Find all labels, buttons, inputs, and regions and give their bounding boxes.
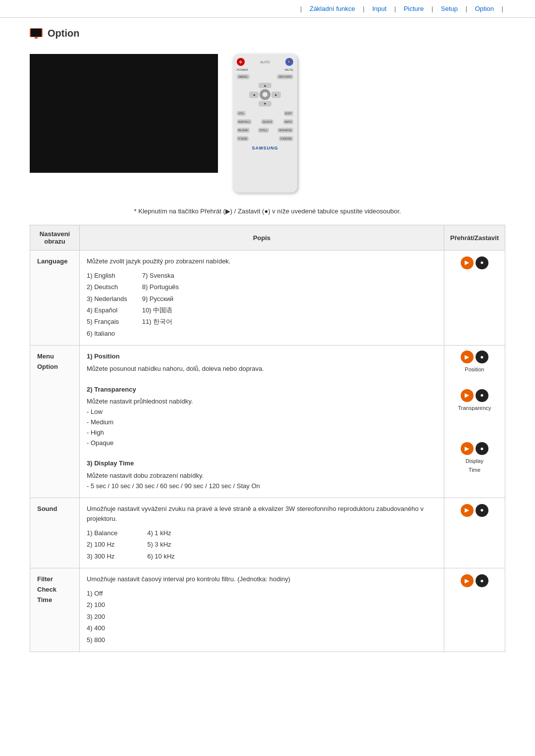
nav-sep-3: | [394, 5, 396, 12]
main-table: Nastavení obrazu Popis Přehrát/Zastavit … [30, 225, 505, 652]
dpad-up[interactable]: ▲ [259, 83, 272, 88]
nav-link-zakladni[interactable]: Základní funkce [310, 5, 355, 12]
lang-item: 2) Deutsch [87, 281, 127, 293]
lang-item: 10) 中国语 [142, 304, 179, 316]
svg-rect-1 [31, 29, 42, 37]
exit-button[interactable]: EXIT [284, 111, 293, 116]
psize-button[interactable]: P.SIZE [237, 136, 249, 141]
remote-control: ⏻ AUTO 🔇 POWER MUTE MENU RETURN ▲ ◄ ► ▼ [233, 54, 297, 193]
dpad-right[interactable]: ► [271, 92, 281, 98]
stop-button-language[interactable]: ● [476, 256, 488, 269]
lang-item: 8) Português [142, 281, 179, 293]
sound-grid: 1) Balance 2) 100 Hz 3) 300 Hz 4) 1 kHz … [87, 527, 437, 562]
play-stop-displaytime: ▶ ● [451, 442, 498, 455]
menu-displaytime-title: 3) Display Time [87, 458, 437, 469]
language-list: 1) English 2) Deutsch 3) Nederlands 4) E… [87, 270, 437, 339]
mute-button[interactable]: 🔇 [285, 58, 293, 66]
power-button[interactable]: ⏻ [237, 58, 245, 66]
play-button-language[interactable]: ▶ [461, 256, 474, 269]
auto-label: AUTO [260, 60, 269, 64]
nav-link-picture[interactable]: Picture [404, 5, 424, 12]
nav-sep-5: | [466, 5, 467, 12]
stop-button-sound[interactable]: ● [476, 504, 488, 517]
install-button[interactable]: INSTALL [237, 119, 252, 124]
play-button-position[interactable]: ▶ [461, 351, 474, 363]
menu-transparency-high: - High [87, 428, 437, 438]
filter-item: 1) Off [87, 588, 437, 599]
setting-language: Language [30, 251, 80, 346]
nav-link-option[interactable]: Option [475, 5, 494, 12]
table-row-filter-check: Filter CheckTime Umožňuje nastavit časov… [30, 568, 505, 652]
desc-filter: Umožňuje nastavit časový interval pro ko… [80, 568, 444, 652]
setting-menu-option: Menu Option [30, 346, 80, 498]
desc-sound: Umožňuje nastavit vyvážení zvuku na prav… [80, 498, 444, 568]
lang-item: 5) Français [87, 316, 127, 327]
play-button-transparency[interactable]: ▶ [461, 389, 474, 402]
lang-item: 6) Italiano [87, 328, 127, 339]
note-text: * Klepnutím na tlačítko Přehrát (▶) / Za… [30, 207, 505, 215]
vol-button[interactable]: VOL [237, 111, 246, 116]
info-button[interactable]: INFO [283, 119, 293, 124]
nav-link-setup[interactable]: Setup [441, 5, 458, 12]
menu-button[interactable]: MENU [237, 74, 250, 79]
blank-button[interactable]: BLANK [237, 128, 250, 133]
desc-menu-option: 1) Position Můžete posunout nabídku naho… [80, 346, 444, 498]
filter-item: 2) 100 [87, 599, 437, 610]
play-button-filter[interactable]: ▶ [461, 574, 474, 587]
displaytime-btn-label: DisplayTime [451, 457, 498, 474]
sound-item: 3) 300 Hz [87, 551, 117, 562]
sound-col-2: 4) 1 kHz 5) 3 kHz 6) 10 kHz [147, 527, 175, 562]
stop-button-transparency[interactable]: ● [476, 389, 488, 402]
fmode-button[interactable]: F.MODE [279, 136, 293, 141]
play-button-displaytime[interactable]: ▶ [461, 442, 474, 455]
table-row-sound: Sound Umožňuje nastavit vyvážení zvuku n… [30, 498, 505, 568]
btn-sound: ▶ ● [444, 498, 505, 568]
filter-item: 4) 400 [87, 622, 437, 634]
sound-col-1: 1) Balance 2) 100 Hz 3) 300 Hz [87, 527, 117, 562]
header-btn: Přehrát/Zastavit [444, 225, 505, 251]
stop-button-position[interactable]: ● [476, 351, 488, 363]
displaytime-btn-group: ▶ ● DisplayTime [451, 442, 498, 474]
sound-item: 4) 1 kHz [147, 527, 175, 539]
sound-item: 1) Balance [87, 527, 117, 539]
stop-button-displaytime[interactable]: ● [476, 442, 488, 455]
dpad-left[interactable]: ◄ [249, 92, 259, 98]
svg-rect-2 [35, 37, 38, 39]
menu-transparency-low: - Low [87, 407, 437, 417]
menu-transparency-title: 2) Transparency [87, 385, 437, 395]
projector-screen [30, 54, 218, 173]
filter-item: 5) 800 [87, 634, 437, 646]
transparency-btn-label: Transparency [451, 404, 498, 413]
position-btn-label: Position [451, 365, 498, 374]
dpad-center[interactable] [260, 89, 270, 100]
quick-button[interactable]: QUICK [261, 119, 273, 124]
lang-intro: Můžete zvolit jazyk použitý pro zobrazen… [87, 256, 437, 267]
play-stop-language: ▶ ● [451, 256, 498, 269]
lang-item: 11) 한국어 [142, 316, 179, 327]
setting-filter: Filter CheckTime [30, 568, 80, 652]
stop-button-filter[interactable]: ● [476, 574, 488, 587]
filter-intro: Umožňuje nastavit časový interval pro ko… [87, 574, 437, 585]
menu-position-desc: Můžete posunout nabídku nahoru, dolů, do… [87, 364, 437, 374]
lang-item: 7) Svenska [142, 270, 179, 281]
btn-filter: ▶ ● [444, 568, 505, 652]
still-button[interactable]: STILL [258, 128, 269, 133]
filter-item: 3) 200 [87, 611, 437, 622]
dpad-down[interactable]: ▼ [259, 101, 272, 106]
nav-sep-6: | [502, 5, 503, 12]
sound-item: 6) 10 kHz [147, 551, 175, 562]
play-stop-filter: ▶ ● [451, 574, 498, 587]
position-btn-group: ▶ ● Position [451, 351, 498, 374]
btn-menu-option: ▶ ● Position ▶ ● Transparency ▶ [444, 346, 505, 498]
lang-item: 1) English [87, 270, 127, 281]
return-button[interactable]: RETURN [277, 74, 293, 79]
desc-language: Můžete zvolit jazyk použitý pro zobrazen… [80, 251, 444, 346]
lang-item: 3) Nederlands [87, 293, 127, 304]
mute-label: MUTE [285, 68, 293, 71]
source-button[interactable]: SOURCE [277, 128, 293, 133]
menu-position-title: 1) Position [87, 352, 437, 362]
sound-item: 5) 3 kHz [147, 539, 175, 550]
nav-link-input[interactable]: Input [372, 5, 386, 12]
table-row-menu-option: Menu Option 1) Position Můžete posunout … [30, 346, 505, 498]
play-button-sound[interactable]: ▶ [461, 504, 474, 517]
